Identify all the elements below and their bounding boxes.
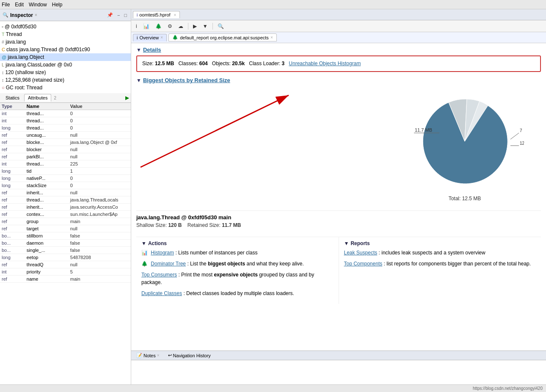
tab-attributes[interactable]: Attributes [24,94,51,102]
toolbar-cloud-btn[interactable]: ☁ [176,22,185,30]
tab-statics[interactable]: Statics [2,94,23,102]
table-row[interactable]: refparkBl...null [0,153,131,160]
retained-size-label: Retained Size: [188,222,221,228]
cell-value: main [69,218,131,225]
menu-edit[interactable]: Edit [15,2,24,8]
table-row[interactable]: bo...daemonfalse [0,240,131,247]
reports-title: ▼ Reports [344,240,536,246]
table-row[interactable]: intthread...225 [0,160,131,168]
table-row[interactable]: longstackSize0 [0,182,131,189]
biggest-arrow[interactable]: ▼ [136,77,141,83]
file-tab-hprof[interactable]: i oomtest5.hprof × [133,11,180,18]
table-row[interactable]: refuncaug...null [0,132,131,139]
dominator-link[interactable]: Dominator Tree [151,261,186,267]
histogram-link[interactable]: Histogram [151,250,174,256]
cell-value: null [69,189,131,196]
cell-value: 5 [69,268,131,276]
cell-value: 0 [69,175,131,182]
topconsumers-link[interactable]: Top Consumers [141,272,177,278]
tree-label-gcroot: GC root: Thread [6,85,42,91]
tree-item-gcroot[interactable]: ○ GC root: Thread [0,84,131,91]
table-row[interactable]: refblockernull [0,146,131,153]
leak-suspects-link[interactable]: Leak Suspects [344,250,378,256]
tab-navigation-history[interactable]: ↩ Navigation History [165,352,214,359]
table-row[interactable]: longtid1 [0,168,131,175]
details-title-link[interactable]: Details [143,47,161,53]
duplicate-link[interactable]: Duplicate Classes [141,290,182,296]
actions-title: ▼ Actions [141,240,334,246]
reports-arrow[interactable]: ▼ [344,240,349,246]
tree-item-threadclass[interactable]: C class java.lang.Thread @ 0xfdf01c90 [0,46,131,53]
pin-button[interactable]: 📌 [106,12,114,18]
table-row[interactable]: refnamemain [0,276,131,283]
table-row[interactable]: refthread...java.lang.ThreadLocals [0,196,131,204]
maximize-button[interactable]: □ [123,12,128,18]
inspector-close-tab-icon[interactable]: × [35,13,37,17]
table-row[interactable]: refinherit...java.security.AccessCo [0,204,131,211]
tree-item-retained[interactable]: ↕ 12,258,968 (retained size) [0,76,131,84]
tree-item-javalang[interactable]: # java.lang [0,38,131,46]
tree-item-classloader[interactable]: L java.lang.ClassLoader @ 0x0 [0,61,131,69]
tree-label-thread: Thread [6,31,22,37]
biggest-title-link[interactable]: Biggest Objects by Retained Size [143,77,230,83]
cell-name: parkBl... [25,153,69,160]
tab-default-report[interactable]: 🌲 default_report org.eclipse.mat.api:sus… [168,33,277,41]
table-row[interactable]: intthread...0 [0,110,131,117]
tree-item-address[interactable]: ◦ @ 0xfdf05d30 [0,23,131,30]
minimize-button[interactable]: − [116,12,121,18]
table-row[interactable]: reftargetnull [0,225,131,232]
default-report-close[interactable]: × [270,35,273,40]
tree-item-object[interactable]: @ java.lang.Object [0,53,131,61]
toolbar-histogram-btn[interactable]: 📊 [141,22,152,30]
toolbar-gear-btn[interactable]: ⚙ [165,22,174,30]
cell-value: sun.misc.Launcher$Ap [69,211,131,218]
unreachable-link[interactable]: Unreachable Objects Histogram [289,61,361,66]
file-tab-close[interactable]: × [174,13,176,17]
tab-overview[interactable]: i Overview × [133,34,167,41]
details-arrow[interactable]: ▼ [136,47,141,53]
tab-notes[interactable]: 📝 Notes × [133,352,163,359]
tab-go-icon[interactable]: ▶ [125,95,129,101]
table-row[interactable]: bo...single_...false [0,247,131,254]
table-row[interactable]: bo...stillbornfalse [0,232,131,240]
objects-label: Objects: [212,61,231,66]
toolbar-play-btn[interactable]: ▶ [191,22,199,30]
cell-name: daemon [25,240,69,247]
menu-help[interactable]: Help [52,2,63,8]
notes-close[interactable]: × [157,353,160,358]
table-row[interactable]: refcontex...sun.misc.Launcher$Ap [0,211,131,218]
toolbar-info-btn[interactable]: i [134,22,139,30]
table-row[interactable]: longnativeP...0 [0,175,131,182]
cell-type: int [0,117,25,124]
toolbar-dropdown-btn[interactable]: ▼ [201,22,210,30]
table-row[interactable]: longthread...0 [0,124,131,132]
topcomponents-link[interactable]: Top Components [344,261,383,267]
menu-window[interactable]: Window [29,2,47,8]
menu-file[interactable]: File [2,2,10,8]
cell-type: bo... [0,232,25,240]
table-row[interactable]: intthread...0 [0,117,131,124]
toolbar-tree-btn[interactable]: 🌲 [153,22,164,30]
overview-tab-label: Overview [139,35,159,40]
table-row[interactable]: refgroupmain [0,218,131,225]
cell-name: nativeP... [25,175,69,182]
actions-arrow[interactable]: ▼ [141,240,146,246]
cell-name: eetop [25,254,69,261]
table-row[interactable]: intpriority5 [0,268,131,276]
table-row[interactable]: refblocke...java.lang.Object @ 0xf [0,139,131,146]
biggest-title: Biggest Objects by Retained Size [143,77,230,83]
overview-tab-close[interactable]: × [160,35,163,40]
details-section-header: ▼ Details [136,47,541,53]
tree-item-shallow[interactable]: ↕ 120 (shallow size) [0,69,131,76]
tab-add-icon[interactable]: 2 [54,96,56,100]
table-row[interactable]: longeetop54878208 [0,254,131,261]
table-row[interactable]: refthreadQnull [0,261,131,268]
bottom-tabs: 📝 Notes × ↩ Navigation History [131,351,546,360]
cell-name: thread... [25,196,69,204]
cell-name: uncaug... [25,132,69,139]
toolbar-search-btn[interactable]: 🔍 [215,22,226,30]
cell-value: false [69,240,131,247]
table-row[interactable]: refinherit...null [0,189,131,196]
address-icon: ◦ [2,24,3,29]
tree-item-thread[interactable]: T Thread [0,30,131,38]
